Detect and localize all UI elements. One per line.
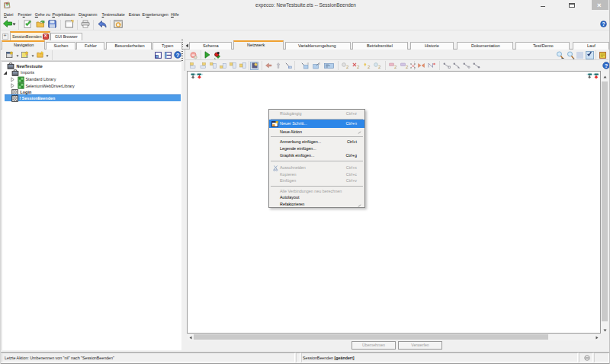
svg-text:2: 2 xyxy=(346,65,349,69)
svg-text:2: 2 xyxy=(394,65,397,69)
svg-text:2: 2 xyxy=(378,65,381,69)
svg-text:2: 2 xyxy=(406,65,409,69)
svg-text:?: ? xyxy=(605,62,608,69)
svg-text:?: ? xyxy=(176,52,180,59)
svg-text:?: ? xyxy=(602,21,605,27)
svg-text:2: 2 xyxy=(368,65,371,69)
svg-text:2: 2 xyxy=(357,65,360,69)
